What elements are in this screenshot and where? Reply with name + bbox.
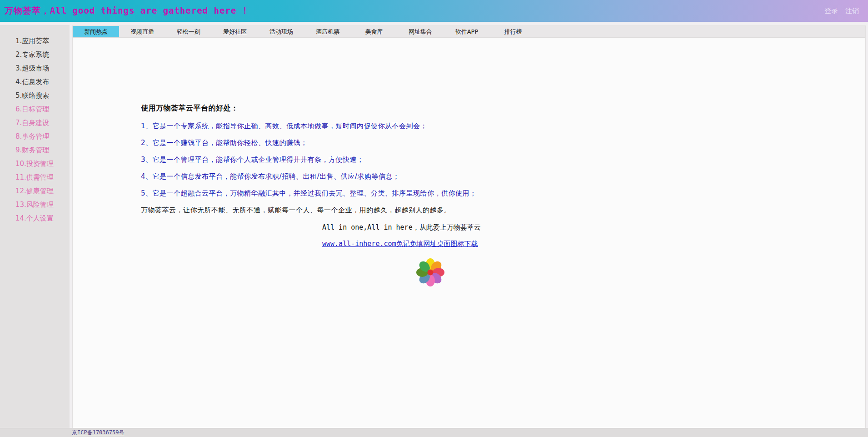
sidebar-item-investment-mgmt[interactable]: 10.投资管理 [0,157,70,171]
sidebar-item-goal-mgmt[interactable]: 6.目标管理 [0,102,70,116]
tab-hobby[interactable]: 爱好社区 [212,26,258,37]
summary-text: 万物荟萃云，让你无所不能、无所不通，赋能每一个人、每一个企业，用的越久，超越别人… [141,206,847,215]
tab-websites[interactable]: 网址集合 [397,26,444,37]
tab-apps[interactable]: 软件APP [444,26,490,37]
tab-hotel-flight[interactable]: 酒店机票 [304,26,351,37]
tab-video[interactable]: 视频直播 [119,26,165,37]
sidebar-item-supermarket[interactable]: 3.超级市场 [0,61,70,75]
tab-relax[interactable]: 轻松一刻 [165,26,212,37]
website-link[interactable]: www.all-inhere.com免记免填网址桌面图标下载 [322,239,478,249]
app-title: 万物荟萃，All good things are gathered here ! [5,5,248,17]
auth-links: 登录 注销 [824,7,859,15]
sidebar-item-affairs-mgmt[interactable]: 8.事务管理 [0,130,70,143]
app-header: 万物荟萃，All good things are gathered here !… [0,0,868,22]
benefits-heading: 使用万物荟萃云平台的好处： [141,104,847,113]
page-footer: 京ICP备17036759号 [0,428,868,437]
benefit-point-2: 2、它是一个赚钱平台，能帮助你轻松、快速的赚钱； [141,138,847,148]
sidebar-item-personal-settings[interactable]: 14.个人设置 [0,211,70,225]
slogan-text: All in one,All in here，从此爱上万物荟萃云 [322,223,847,232]
sidebar-item-health-mgmt[interactable]: 12.健康管理 [0,184,70,198]
benefit-point-1: 1、它是一个专家系统，能指导你正确、高效、低成本地做事，短时间内促使你从不会到会… [141,121,847,131]
benefit-point-3: 3、它是一个管理平台，能帮你个人或企业管理得井井有条，方便快速； [141,155,847,165]
tab-events[interactable]: 活动现场 [258,26,304,37]
logout-link[interactable]: 注销 [845,7,859,15]
tab-ranking[interactable]: 排行榜 [490,26,536,37]
sidebar-item-expert-system[interactable]: 2.专家系统 [0,48,70,61]
flower-logo-icon [415,257,446,288]
sidebar: 1.应用荟萃 2.专家系统 3.超级市场 4.信息发布 5.联络搜索 6.目标管… [0,25,70,428]
sidebar-item-risk-mgmt[interactable]: 13.风险管理 [0,198,70,211]
login-link[interactable]: 登录 [824,7,838,15]
sidebar-item-apps[interactable]: 1.应用荟萃 [0,34,70,48]
content-panel: 新闻热点 视频直播 轻松一刻 爱好社区 活动现场 酒店机票 美食库 网址集合 软… [72,25,866,428]
main-layout: 1.应用荟萃 2.专家系统 3.超级市场 4.信息发布 5.联络搜索 6.目标管… [0,25,866,428]
sidebar-item-contact-search[interactable]: 5.联络搜索 [0,89,70,102]
benefit-point-4: 4、它是一个信息发布平台，能帮你发布求职/招聘、出租/出售、供应/求购等信息； [141,172,847,181]
sidebar-item-info-publish[interactable]: 4.信息发布 [0,75,70,89]
article: 使用万物荟萃云平台的好处： 1、它是一个专家系统，能指导你正确、高效、低成本地做… [73,38,865,288]
sidebar-item-finance-mgmt[interactable]: 9.财务管理 [0,143,70,157]
tab-bar: 新闻热点 视频直播 轻松一刻 爱好社区 活动现场 酒店机票 美食库 网址集合 软… [73,26,865,38]
flower-center [428,270,434,276]
sidebar-item-self-building[interactable]: 7.自身建设 [0,116,70,130]
tab-news[interactable]: 新闻热点 [73,26,119,37]
tab-food[interactable]: 美食库 [351,26,397,37]
icp-link[interactable]: 京ICP备17036759号 [72,429,124,436]
sidebar-item-supply-demand[interactable]: 11.供需管理 [0,171,70,184]
benefit-point-5: 5、它是一个超融合云平台，万物精华融汇其中，并经过我们去冗、整理、分类、排序呈现… [141,189,847,198]
